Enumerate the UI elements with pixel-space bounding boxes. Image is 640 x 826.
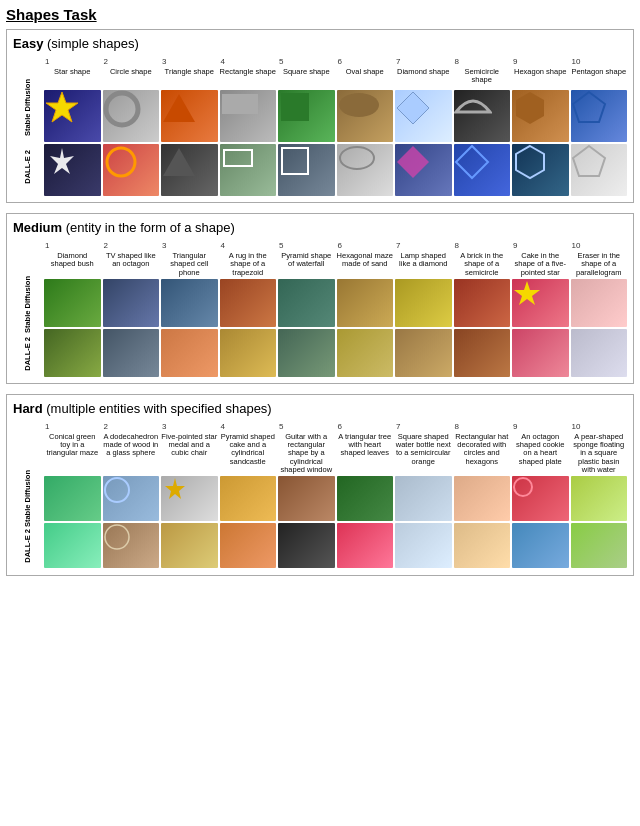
med-sd-img-1 bbox=[44, 279, 101, 327]
hard-dalle-img-4 bbox=[220, 523, 277, 568]
svg-rect-4 bbox=[281, 93, 309, 121]
med-dalle-img-9 bbox=[512, 329, 569, 377]
svg-marker-21 bbox=[165, 478, 185, 499]
med-num-3: 3 bbox=[161, 241, 218, 250]
easy-label-10: Pentagon shape bbox=[571, 68, 628, 88]
medium-section: Medium (entity in the form of a shape) S… bbox=[6, 213, 634, 384]
easy-dalle-img-9 bbox=[512, 144, 569, 196]
med-sd-label: Stable Diffusion bbox=[13, 281, 41, 329]
easy-label-1: Star shape bbox=[44, 68, 101, 88]
easy-dalle-img-8 bbox=[454, 144, 511, 196]
med-num-6: 6 bbox=[337, 241, 394, 250]
svg-point-22 bbox=[105, 525, 129, 549]
svg-marker-11 bbox=[163, 148, 195, 176]
med-label-4: A rug in the shape of a trapezoid bbox=[220, 252, 277, 277]
med-label-3: Triangular shaped cell phone bbox=[161, 252, 218, 277]
med-num-8: 8 bbox=[454, 241, 511, 250]
easy-sd-img-6 bbox=[337, 90, 394, 142]
easy-dalle-img-2 bbox=[103, 144, 160, 196]
hard-sd-label: Stable Diffusion bbox=[13, 476, 41, 521]
svg-point-10 bbox=[107, 148, 135, 176]
med-num-2: 2 bbox=[103, 241, 160, 250]
easy-sd-img-4 bbox=[220, 90, 277, 142]
med-label-5: Pyramid shape of waterfall bbox=[278, 252, 335, 277]
med-dalle-img-3 bbox=[161, 329, 218, 377]
easy-dalle-img-6 bbox=[337, 144, 394, 196]
svg-marker-17 bbox=[516, 146, 544, 178]
easy-dalle-img-4 bbox=[220, 144, 277, 196]
easy-label-4: Rectangle shape bbox=[220, 68, 277, 88]
svg-marker-8 bbox=[573, 92, 605, 122]
medium-section-title: Medium (entity in the form of a shape) bbox=[13, 220, 627, 235]
easy-section: Easy (simple shapes) Stable Diffusion DA… bbox=[6, 29, 634, 203]
easy-label-7: Diamond shape bbox=[395, 68, 452, 88]
svg-rect-12 bbox=[224, 150, 252, 166]
med-num-9: 9 bbox=[512, 241, 569, 250]
easy-dalle-img-5 bbox=[278, 144, 335, 196]
easy-num-6: 6 bbox=[337, 57, 394, 66]
hard-label-3: Five-pointed star medal and a cubic chai… bbox=[161, 433, 218, 474]
hard-section: Hard (multiple entities with specified s… bbox=[6, 394, 634, 576]
med-sd-img-9 bbox=[512, 279, 569, 327]
med-sd-img-10 bbox=[571, 279, 628, 327]
svg-marker-15 bbox=[397, 146, 429, 178]
med-label-2: TV shaped like an octagon bbox=[103, 252, 160, 277]
med-label-6: Hexagonal maze made of sand bbox=[337, 252, 394, 277]
svg-point-20 bbox=[105, 478, 129, 502]
med-sd-img-7 bbox=[395, 279, 452, 327]
svg-point-1 bbox=[106, 93, 138, 125]
hard-num-4: 4 bbox=[220, 422, 277, 431]
hard-dalle-img-6 bbox=[337, 523, 394, 568]
easy-label-9: Hexagon shape bbox=[512, 68, 569, 88]
easy-dalle-img-10 bbox=[571, 144, 628, 196]
svg-marker-9 bbox=[50, 148, 74, 174]
hard-dalle-img-1 bbox=[44, 523, 101, 568]
svg-marker-6 bbox=[397, 92, 429, 124]
easy-section-title: Easy (simple shapes) bbox=[13, 36, 627, 51]
easy-num-10: 10 bbox=[571, 57, 628, 66]
hard-sd-img-7 bbox=[395, 476, 452, 521]
med-num-10: 10 bbox=[571, 241, 628, 250]
med-num-4: 4 bbox=[220, 241, 277, 250]
med-num-7: 7 bbox=[395, 241, 452, 250]
hard-label-4: Pyramid shaped cake and a cylindrical sa… bbox=[220, 433, 277, 474]
easy-num-2: 2 bbox=[103, 57, 160, 66]
med-sd-img-6 bbox=[337, 279, 394, 327]
hard-dalle-img-3 bbox=[161, 523, 218, 568]
hard-sd-img-10 bbox=[571, 476, 628, 521]
svg-marker-19 bbox=[514, 281, 540, 305]
page-title: Shapes Task bbox=[6, 6, 634, 23]
easy-dalle-img-3 bbox=[161, 144, 218, 196]
med-dalle-img-1 bbox=[44, 329, 101, 377]
easy-dalle-img-7 bbox=[395, 144, 452, 196]
hard-num-3: 3 bbox=[161, 422, 218, 431]
med-dalle-img-8 bbox=[454, 329, 511, 377]
easy-sd-img-7 bbox=[395, 90, 452, 142]
easy-sd-img-8 bbox=[454, 90, 511, 142]
easy-num-3: 3 bbox=[161, 57, 218, 66]
easy-num-7: 7 bbox=[395, 57, 452, 66]
hard-dalle-img-5 bbox=[278, 523, 335, 568]
svg-marker-2 bbox=[163, 94, 195, 122]
svg-marker-7 bbox=[516, 92, 544, 124]
hard-num-6: 6 bbox=[337, 422, 394, 431]
hard-num-8: 8 bbox=[454, 422, 511, 431]
hard-sd-img-1 bbox=[44, 476, 101, 521]
hard-sd-img-9 bbox=[512, 476, 569, 521]
hard-label-7: Square shaped water bottle next to a sem… bbox=[395, 433, 452, 474]
med-label-10: Eraser in the shape of a parallelogram bbox=[571, 252, 628, 277]
med-sd-img-8 bbox=[454, 279, 511, 327]
easy-label-3: Triangle shape bbox=[161, 68, 218, 88]
med-label-9: Cake in the shape of a five-pointed star bbox=[512, 252, 569, 277]
svg-point-14 bbox=[340, 147, 374, 169]
svg-point-5 bbox=[339, 93, 379, 117]
easy-sd-img-10 bbox=[571, 90, 628, 142]
hard-dalle-img-8 bbox=[454, 523, 511, 568]
med-sd-img-5 bbox=[278, 279, 335, 327]
med-dalle-img-7 bbox=[395, 329, 452, 377]
hard-label-5: Guitar with a rectangular shape by a cyl… bbox=[278, 433, 335, 474]
hard-section-title: Hard (multiple entities with specified s… bbox=[13, 401, 627, 416]
hard-sd-img-6 bbox=[337, 476, 394, 521]
svg-rect-13 bbox=[282, 148, 308, 174]
easy-label-6: Oval shape bbox=[337, 68, 394, 88]
